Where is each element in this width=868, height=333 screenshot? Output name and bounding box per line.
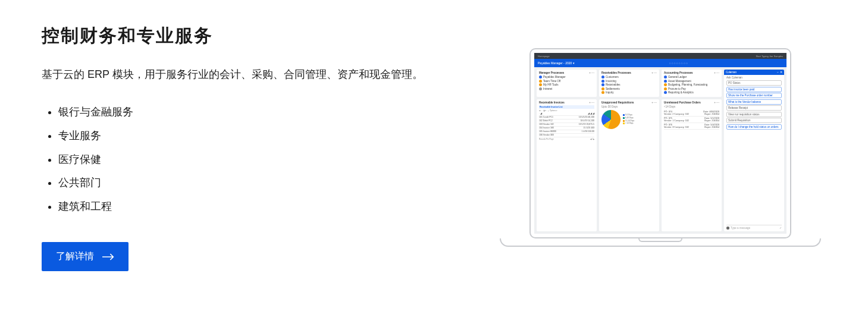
cta-label: 了解详情 [56, 250, 94, 263]
feature-list: 银行与金融服务 专业服务 医疗保健 公共部门 建筑和工程 [42, 100, 453, 218]
mic-icon [726, 227, 729, 230]
list-item: 医疗保健 [58, 148, 453, 172]
panel-unapproved-requisitions: Unapproved Requisitions Upto 30 Days 0-5… [599, 99, 659, 232]
panel-receivable-invoices: Receivable Invoices Receivable Invoice L… [537, 99, 597, 232]
list-item: 银行与金融服务 [58, 100, 453, 124]
panel-manager-processes: Manager Processes Payables Manager Team … [537, 70, 597, 97]
panel-unreleased-po: Unreleased Purchase Orders <14 Days PO: … [662, 99, 722, 232]
arrow-right-icon [102, 253, 114, 261]
mock-titlebar: Payables Manager - 2020 ▾○○○○○○○○ [534, 59, 786, 67]
learn-more-button[interactable]: 了解详情 [42, 242, 129, 271]
list-item: 建筑和工程 [58, 195, 453, 219]
laptop-mockup: HomepageStart Typing Joe Samples Payable… [500, 48, 821, 247]
list-item: 公共部门 [58, 171, 453, 195]
section-desc: 基于云的 ERP 模块，用于服务行业的会计、采购、合同管理、资产和现金管理。 [42, 65, 453, 84]
mock-topbar: HomepageStart Typing Joe Samples [534, 53, 786, 59]
section-heading: 控制财务和专业服务 [42, 24, 453, 48]
list-item: 专业服务 [58, 124, 453, 148]
panel-receivables-processes: Receivables Processes Customers Invoicin… [599, 70, 659, 97]
panel-chat: Coleman← ✕ Ask Coleman PO Status Has inv… [724, 70, 784, 231]
panel-accounting-processes: Accounting Processes General Ledger Asse… [662, 70, 722, 97]
